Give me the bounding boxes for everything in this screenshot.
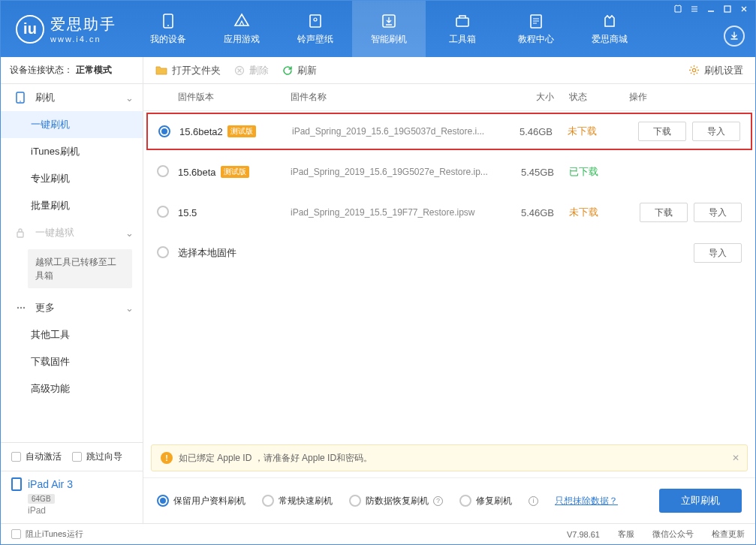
firmware-size: 5.46GB <box>509 207 569 218</box>
more-icon <box>16 303 28 313</box>
svg-rect-5 <box>456 18 468 26</box>
svg-point-12 <box>20 307 22 309</box>
firmware-row: 15.6beta2测试版iPad_Spring_2019_15.6_19G503… <box>146 113 752 150</box>
firmware-status: 未下载 <box>569 206 629 219</box>
nav-item-4[interactable]: 工具箱 <box>426 1 499 57</box>
delete-button: 删除 <box>234 64 269 77</box>
firmware-status: 未下载 <box>568 125 628 138</box>
select-local-firmware-row: 选择本地固件 导入 <box>143 233 755 273</box>
import-button[interactable]: 导入 <box>694 243 742 263</box>
firmware-status: 已下载 <box>569 165 629 179</box>
download-button[interactable]: 下载 <box>638 122 686 141</box>
jailbreak-note: 越狱工具已转移至工具箱 <box>28 249 132 288</box>
download-button[interactable]: 下载 <box>640 203 688 222</box>
nav-label: 智能刷机 <box>371 33 407 46</box>
nav-label: 工具箱 <box>449 33 476 46</box>
firmware-size: 5.46GB <box>508 126 568 137</box>
flash-settings-button[interactable]: 刷机设置 <box>688 64 743 77</box>
flash-option-keepdata[interactable]: 保留用户资料刷机 <box>157 495 245 507</box>
sidebar-flash[interactable]: 刷机 ⌄ <box>1 84 143 111</box>
sidebar-item-batch-flash[interactable]: 批量刷机 <box>1 192 143 219</box>
info-icon[interactable]: i <box>529 496 538 506</box>
phone-icon <box>16 92 28 104</box>
chevron-down-icon: ⌄ <box>125 227 134 239</box>
device-info: iPad Air 3 64GB iPad <box>1 471 143 523</box>
svg-rect-10 <box>17 232 23 237</box>
svg-point-1 <box>167 25 169 26</box>
support-link[interactable]: 客服 <box>618 528 634 540</box>
sidebar-item-download-fw[interactable]: 下载固件 <box>1 348 143 375</box>
sidebar-item-advanced[interactable]: 高级功能 <box>1 375 143 402</box>
sidebar-more[interactable]: 更多 ⌄ <box>1 294 143 321</box>
svg-point-3 <box>314 18 317 21</box>
firmware-radio[interactable] <box>158 125 170 137</box>
logo-icon: iu <box>16 15 44 44</box>
beta-badge: 测试版 <box>221 166 249 178</box>
chevron-down-icon: ⌄ <box>125 303 134 314</box>
firmware-row: 15.6beta测试版iPad_Spring_2019_15.6_19G5027… <box>143 152 755 192</box>
ipad-icon <box>11 477 22 491</box>
import-button[interactable]: 导入 <box>692 122 740 141</box>
firmware-name: iPad_Spring_2019_15.5_19F77_Restore.ipsw <box>291 207 509 218</box>
lock-icon <box>16 227 28 238</box>
nav-icon <box>601 12 619 30</box>
nav-icon <box>233 12 251 30</box>
device-name: iPad Air 3 <box>28 478 73 490</box>
minimize-icon[interactable] <box>706 4 716 14</box>
firmware-version: 15.6beta2 <box>179 126 223 137</box>
firmware-size: 5.45GB <box>509 167 569 178</box>
check-update-link[interactable]: 检查更新 <box>712 528 745 540</box>
svg-point-15 <box>692 68 695 71</box>
close-icon[interactable] <box>739 4 749 14</box>
firmware-radio[interactable] <box>157 246 169 258</box>
firmware-name: iPad_Spring_2019_15.6_19G5037d_Restore.i… <box>292 126 508 137</box>
sidebar-item-oneclick-flash[interactable]: 一键刷机 <box>1 111 143 138</box>
device-type: iPad <box>28 505 132 516</box>
nav-label: 我的设备 <box>150 33 186 46</box>
nav-icon <box>380 12 398 30</box>
notice-close-icon[interactable]: ✕ <box>732 453 739 463</box>
appleid-notice: ! 如已绑定 Apple ID ，请准备好 Apple ID和密码。 ✕ <box>151 444 748 471</box>
sidebar-item-itunes-flash[interactable]: iTunes刷机 <box>1 138 143 165</box>
version-label: V7.98.61 <box>567 530 600 539</box>
warning-icon: ! <box>161 452 173 464</box>
stop-itunes-checkbox[interactable]: 阻止iTunes运行 <box>11 528 83 540</box>
firmware-version: 15.5 <box>178 207 197 218</box>
sidebar-item-other-tools[interactable]: 其他工具 <box>1 321 143 348</box>
nav-icon <box>306 12 324 30</box>
flash-option-recovery[interactable]: 防数据恢复刷机? <box>349 495 443 507</box>
erase-only-link[interactable]: 只想抹除数据？ <box>555 495 618 507</box>
import-button[interactable]: 导入 <box>694 203 742 222</box>
nav-item-5[interactable]: 教程中心 <box>499 1 573 57</box>
maximize-icon[interactable] <box>722 4 733 14</box>
svg-rect-7 <box>724 6 730 12</box>
flash-now-button[interactable]: 立即刷机 <box>659 489 742 513</box>
sidebar-item-pro-flash[interactable]: 专业刷机 <box>1 165 143 192</box>
flash-option-normal[interactable]: 常规快速刷机 <box>262 495 333 507</box>
nav-icon <box>453 12 471 30</box>
auto-activate-checkbox[interactable]: 自动激活 <box>11 450 62 463</box>
refresh-button[interactable]: 刷新 <box>282 64 317 77</box>
info-icon[interactable]: ? <box>433 496 443 506</box>
skip-wizard-checkbox[interactable]: 跳过向导 <box>72 450 122 463</box>
refresh-icon <box>282 65 293 76</box>
nav-item-2[interactable]: 铃声壁纸 <box>279 1 352 57</box>
delete-icon <box>234 65 245 76</box>
nav-item-1[interactable]: 应用游戏 <box>205 1 279 57</box>
flash-option-repair[interactable]: 修复刷机 <box>459 495 512 507</box>
open-folder-button[interactable]: 打开文件夹 <box>155 64 221 77</box>
gear-icon <box>688 65 700 76</box>
nav-item-0[interactable]: 我的设备 <box>131 1 205 57</box>
wechat-link[interactable]: 微信公众号 <box>652 528 694 540</box>
nav-label: 铃声壁纸 <box>297 33 333 46</box>
firmware-radio[interactable] <box>157 165 169 177</box>
capacity-badge: 64GB <box>28 494 55 504</box>
nav-label: 爱思商城 <box>592 33 628 46</box>
chevron-down-icon: ⌄ <box>125 92 134 104</box>
nav-item-3[interactable]: 智能刷机 <box>352 1 426 57</box>
menu-icon[interactable] <box>689 4 700 14</box>
nav-item-6[interactable]: 爱思商城 <box>573 1 646 57</box>
firmware-radio[interactable] <box>157 206 169 218</box>
download-indicator-icon[interactable] <box>724 26 745 47</box>
skin-icon[interactable] <box>673 4 683 14</box>
